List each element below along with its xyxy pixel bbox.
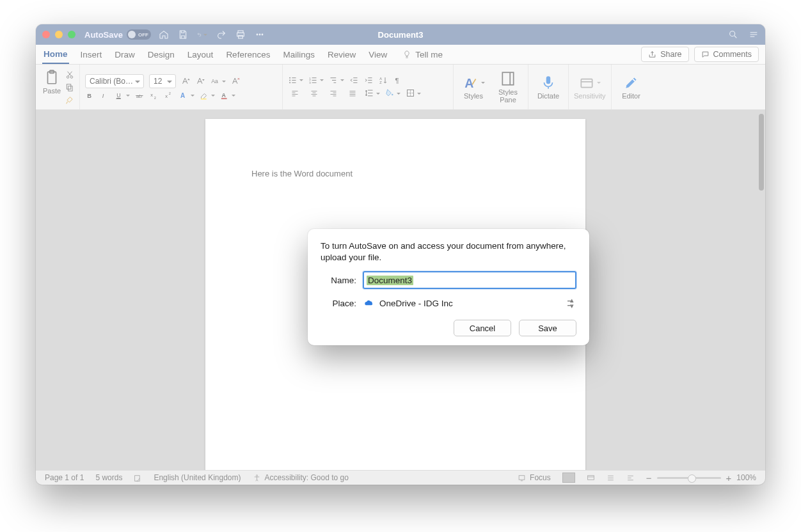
styles-pane-button[interactable]: StylesPane <box>493 70 523 104</box>
change-case-icon[interactable]: Aa <box>210 76 226 86</box>
share-button[interactable]: Share <box>641 47 688 62</box>
dialog-place-label: Place: <box>321 299 356 308</box>
comments-button[interactable]: Comments <box>694 47 759 62</box>
justify-icon[interactable] <box>345 88 360 99</box>
dialog-name-input[interactable]: Document3 <box>363 271 576 289</box>
svg-text:Z: Z <box>379 81 382 84</box>
dictate-button[interactable]: Dictate <box>534 74 563 100</box>
styles-icon: A <box>463 74 485 91</box>
dialog-place-select[interactable]: OneDrive - IDG Inc ▴▾ <box>363 295 576 311</box>
svg-rect-41 <box>135 475 140 481</box>
minimize-window-button[interactable] <box>55 31 63 38</box>
status-language[interactable]: English (United Kingdom) <box>154 473 241 482</box>
increase-font-icon[interactable] <box>181 76 191 86</box>
svg-rect-11 <box>68 86 72 91</box>
text-effects-icon[interactable]: A <box>179 91 194 100</box>
shading-icon[interactable] <box>385 88 400 98</box>
print-icon[interactable] <box>235 29 246 40</box>
tab-insert[interactable]: Insert <box>79 46 104 63</box>
more-icon[interactable] <box>255 29 265 40</box>
bold-icon[interactable]: B <box>85 91 95 100</box>
group-clipboard: Paste <box>36 65 80 109</box>
zoom-out-button[interactable]: − <box>646 473 652 483</box>
scrollbar-thumb[interactable] <box>759 114 764 191</box>
copy-icon[interactable] <box>65 83 74 92</box>
borders-icon[interactable] <box>406 88 421 98</box>
sort-icon[interactable]: AZ <box>379 75 388 85</box>
tab-design[interactable]: Design <box>147 46 176 63</box>
save-button[interactable]: Save <box>519 320 576 336</box>
redo-icon[interactable] <box>216 29 226 40</box>
svg-text:Aa: Aa <box>211 78 218 84</box>
tab-layout[interactable]: Layout <box>186 46 215 63</box>
zoom-window-button[interactable] <box>68 31 75 38</box>
decrease-indent-icon[interactable] <box>349 75 359 85</box>
ribbon-options-icon[interactable] <box>749 29 759 40</box>
increase-indent-icon[interactable] <box>364 75 374 85</box>
document-body-text: Here is the Word document <box>251 169 353 178</box>
view-draft[interactable] <box>626 474 635 482</box>
status-accessibility[interactable]: Accessibility: Good to go <box>253 473 349 482</box>
svg-rect-43 <box>519 475 525 480</box>
zoom-slider[interactable] <box>657 477 721 479</box>
tab-review[interactable]: Review <box>326 46 357 63</box>
bullets-icon[interactable] <box>288 75 303 85</box>
close-window-button[interactable] <box>42 31 50 38</box>
svg-text:3: 3 <box>309 81 311 84</box>
status-focus[interactable]: Focus <box>518 473 551 482</box>
underline-icon[interactable]: U <box>115 91 130 100</box>
tab-references[interactable]: References <box>225 46 271 63</box>
strikethrough-icon[interactable]: ab <box>135 91 145 100</box>
subscript-icon[interactable]: x2 <box>150 91 159 100</box>
show-marks-icon[interactable]: ¶ <box>393 75 403 85</box>
paste-button[interactable]: Paste <box>41 69 63 95</box>
search-icon[interactable] <box>728 29 738 40</box>
tab-home[interactable]: Home <box>42 45 69 64</box>
clear-formatting-icon[interactable] <box>231 76 241 86</box>
zoom-percent[interactable]: 100% <box>736 473 756 482</box>
status-page[interactable]: Page 1 of 1 <box>45 473 84 482</box>
superscript-icon[interactable]: x2 <box>164 91 174 100</box>
italic-icon[interactable]: I <box>100 91 109 100</box>
editor-button[interactable]: Editor <box>617 74 646 100</box>
line-spacing-icon[interactable] <box>365 88 380 98</box>
multilevel-list-icon[interactable] <box>329 75 344 85</box>
format-painter-icon[interactable] <box>65 96 74 105</box>
font-color-icon[interactable]: A <box>220 91 235 100</box>
sensitivity-button[interactable]: Sensitivity <box>574 74 606 100</box>
font-size-select[interactable]: 12 <box>149 74 176 88</box>
ribbon: Paste Calibri (Bo… 12 Aa B I <box>36 65 765 110</box>
svg-text:x: x <box>150 92 153 98</box>
autosave-switch[interactable]: OFF <box>127 29 151 40</box>
home-icon[interactable] <box>159 29 169 40</box>
focus-icon <box>518 474 526 482</box>
view-web-layout[interactable] <box>587 474 595 482</box>
styles-button[interactable]: A Styles <box>459 74 488 100</box>
status-word-count[interactable]: 5 words <box>95 473 122 482</box>
status-spellcheck[interactable] <box>134 474 142 482</box>
undo-icon[interactable] <box>197 29 207 40</box>
decrease-font-icon[interactable] <box>196 76 205 86</box>
tab-view[interactable]: View <box>367 46 388 63</box>
highlight-icon[interactable] <box>200 91 215 100</box>
numbering-icon[interactable]: 123 <box>308 75 324 85</box>
tab-draw[interactable]: Draw <box>113 46 136 63</box>
cancel-button[interactable]: Cancel <box>454 320 511 336</box>
svg-point-42 <box>256 474 257 476</box>
align-left-icon[interactable] <box>288 88 302 99</box>
zoom-in-button[interactable]: + <box>726 473 732 483</box>
tell-me-search[interactable]: Tell me <box>402 50 443 59</box>
view-print-layout[interactable] <box>562 473 575 483</box>
svg-text:A: A <box>379 76 382 80</box>
svg-point-3 <box>257 34 258 35</box>
save-icon[interactable] <box>178 29 188 40</box>
font-name-select[interactable]: Calibri (Bo… <box>85 74 144 88</box>
svg-point-28 <box>289 82 290 83</box>
autosave-toggle[interactable]: AutoSave OFF <box>84 29 151 40</box>
view-outline[interactable] <box>607 474 615 482</box>
align-center-icon[interactable] <box>307 88 321 99</box>
comment-icon <box>701 51 710 59</box>
cut-icon[interactable] <box>65 70 74 79</box>
align-right-icon[interactable] <box>326 88 340 99</box>
tab-mailings[interactable]: Mailings <box>282 46 316 63</box>
